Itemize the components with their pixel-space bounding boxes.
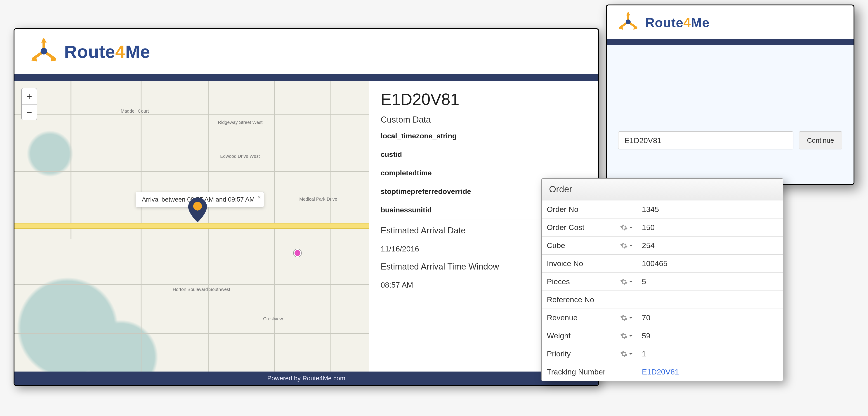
order-row: Weight59 — [542, 327, 783, 345]
custom-data-heading: Custom Data — [381, 115, 587, 125]
order-row: Pieces5 — [542, 273, 783, 291]
map-pin-icon[interactable] — [188, 198, 207, 223]
order-field-value — [637, 291, 783, 309]
brand-logo-icon — [618, 12, 638, 33]
brand-logo-text: Route4Me — [64, 41, 150, 62]
order-field-value[interactable]: E1D20V81 — [637, 363, 783, 381]
gear-icon[interactable] — [620, 242, 633, 249]
brand-logo-icon — [30, 38, 57, 66]
svg-point-19 — [193, 202, 202, 211]
footer-text: Powered by Route4Me.com — [267, 375, 345, 382]
chevron-down-icon — [629, 335, 633, 339]
order-field-label: Invoice No — [542, 254, 637, 273]
custom-data-row: custid — [381, 145, 587, 164]
gear-icon[interactable] — [620, 314, 633, 322]
svg-text:Maddell Court: Maddell Court — [121, 109, 149, 113]
svg-text:Ridgeway Street West: Ridgeway Street West — [218, 120, 263, 125]
brand-logo: Route4Me — [30, 38, 150, 66]
chevron-down-icon — [629, 245, 633, 248]
gear-icon[interactable] — [620, 350, 633, 358]
gear-icon[interactable] — [620, 332, 633, 340]
header-divider — [607, 39, 854, 45]
order-field-label: Tracking Number — [542, 363, 637, 381]
header-divider — [14, 74, 598, 81]
order-field-value: 1345 — [637, 201, 783, 218]
tracking-number-input[interactable] — [618, 131, 794, 149]
svg-point-23 — [626, 20, 631, 24]
order-row: Revenue70 — [542, 309, 783, 327]
chevron-down-icon — [629, 227, 633, 230]
svg-text:Crestview: Crestview — [263, 316, 283, 321]
order-row: Order Cost150 — [542, 218, 783, 237]
chevron-down-icon — [629, 281, 633, 284]
order-field-label: Priority — [542, 345, 637, 363]
order-field-value: 5 — [637, 273, 783, 291]
order-field-value: 100465 — [637, 254, 783, 273]
order-row: Order No1345 — [542, 201, 783, 218]
map-highway — [14, 223, 369, 229]
order-field-value: 150 — [637, 218, 783, 237]
order-field-value: 254 — [637, 237, 783, 254]
order-panel-title: Order — [542, 179, 783, 200]
brand-logo: Route4Me — [618, 12, 710, 33]
custom-data-row: local_timezone_string — [381, 127, 587, 145]
lookup-window: Route4Me Continue — [606, 4, 855, 185]
zoom-out-button[interactable]: − — [22, 104, 37, 120]
order-field-label: Cube — [542, 237, 637, 254]
order-field-label: Order No — [542, 201, 637, 218]
gear-icon[interactable] — [620, 224, 633, 231]
map-poi-icon — [293, 249, 301, 257]
zoom-in-button[interactable]: + — [22, 88, 37, 104]
order-field-value: 1 — [637, 345, 783, 363]
continue-button[interactable]: Continue — [799, 131, 842, 149]
gear-icon[interactable] — [620, 278, 633, 285]
map-zoom-controls: + − — [21, 88, 37, 120]
svg-text:Medical Park Drive: Medical Park Drive — [299, 197, 337, 202]
order-table: Order No1345Order Cost150Cube254Invoice … — [542, 200, 783, 381]
order-field-label: Pieces — [542, 273, 637, 291]
order-field-label: Reference No — [542, 291, 637, 309]
chevron-down-icon — [629, 317, 633, 320]
tracking-id-heading: E1D20V81 — [381, 90, 587, 109]
svg-marker-20 — [626, 12, 630, 15]
footer-bar: Powered by Route4Me.com — [14, 372, 598, 385]
map-panel[interactable]: Maddell Court Ridgeway Street West Edwoo… — [14, 81, 369, 372]
order-panel: Order Order No1345Order Cost150Cube254In… — [541, 178, 783, 381]
order-row: Invoice No100465 — [542, 254, 783, 273]
main-header: Route4Me — [14, 29, 598, 74]
order-field-label: Weight — [542, 327, 637, 345]
svg-marker-0 — [41, 38, 46, 43]
order-field-value: 70 — [637, 309, 783, 327]
tracking-main-window: Route4Me Maddell Court Ridgeway Street W… — [13, 28, 599, 386]
svg-text:Horton Boulevard Southwest: Horton Boulevard Southwest — [173, 287, 230, 292]
lookup-header: Route4Me — [607, 5, 854, 39]
order-field-label: Revenue — [542, 309, 637, 327]
order-field-label: Order Cost — [542, 218, 637, 237]
svg-point-3 — [41, 48, 47, 55]
order-row: Cube254 — [542, 237, 783, 254]
order-row: Reference No — [542, 291, 783, 309]
lookup-body: Continue — [607, 45, 854, 184]
chevron-down-icon — [629, 353, 633, 357]
order-row: Tracking NumberE1D20V81 — [542, 363, 783, 381]
brand-logo-text: Route4Me — [645, 15, 710, 30]
order-field-value: 59 — [637, 327, 783, 345]
popup-close-icon[interactable]: × — [258, 194, 261, 201]
order-row: Priority1 — [542, 345, 783, 363]
svg-text:Edwood Drive West: Edwood Drive West — [220, 154, 260, 159]
